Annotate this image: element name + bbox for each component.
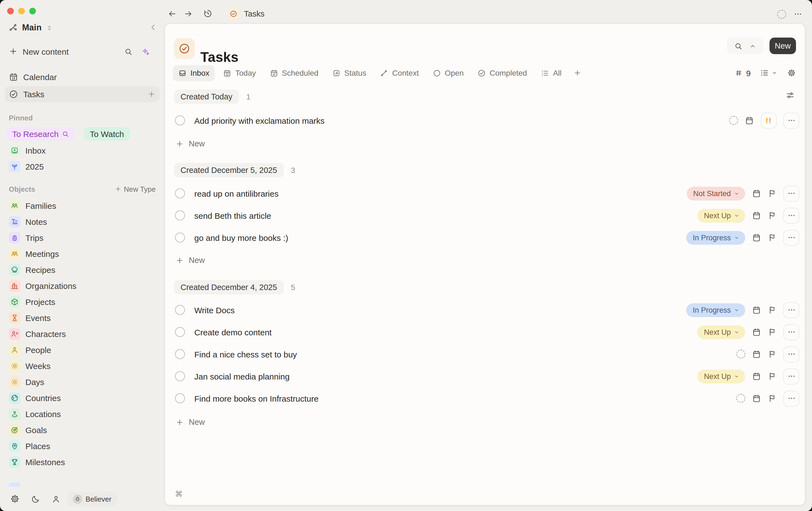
calendar-icon[interactable]: [752, 349, 761, 359]
more-button[interactable]: [783, 185, 799, 201]
back-button[interactable]: [168, 9, 177, 18]
task-checkbox[interactable]: [175, 371, 185, 381]
flag-icon[interactable]: [768, 211, 777, 220]
new-type-button[interactable]: New Type: [115, 185, 156, 193]
sidebar-item-trips[interactable]: Trips: [0, 230, 165, 246]
flag-icon[interactable]: [768, 233, 777, 242]
search-icon[interactable]: [124, 47, 133, 55]
status-badge[interactable]: Not Started: [687, 186, 745, 200]
task-checkbox[interactable]: [175, 349, 185, 359]
more-button[interactable]: [783, 208, 799, 223]
pinned-item-to-research[interactable]: To Research: [6, 127, 75, 141]
calendar-icon[interactable]: [752, 233, 761, 242]
sidebar-item-days[interactable]: Days: [0, 374, 165, 390]
task-checkbox[interactable]: [175, 211, 185, 220]
calendar-icon[interactable]: [752, 394, 761, 403]
close-window-button[interactable]: [7, 8, 14, 15]
sidebar-item-calendar[interactable]: Calendar: [0, 69, 165, 85]
search-toggle[interactable]: [727, 37, 763, 54]
task-checkbox[interactable]: [175, 115, 185, 126]
new-task-button[interactable]: New: [770, 37, 796, 54]
add-task-row[interactable]: New: [174, 411, 799, 433]
task-row[interactable]: Create demo content Next Up: [174, 321, 799, 343]
sidebar-item-projects[interactable]: Projects: [0, 294, 165, 310]
sidebar-item-meetings[interactable]: Meetings: [0, 246, 165, 262]
search-icon[interactable]: [734, 42, 743, 50]
more-button[interactable]: [783, 346, 799, 362]
task-row[interactable]: Find more books on Infrastructure: [174, 387, 799, 409]
task-row[interactable]: Jan social media planning Next Up: [174, 365, 799, 387]
more-button[interactable]: [783, 230, 799, 246]
add-task-icon[interactable]: [147, 90, 156, 98]
view-settings-gear-icon[interactable]: [787, 69, 796, 77]
more-button[interactable]: [783, 368, 799, 384]
add-view-button[interactable]: [570, 65, 585, 81]
pinned-item-2025[interactable]: 2025: [0, 159, 165, 173]
flag-icon[interactable]: [768, 394, 777, 403]
minimize-window-button[interactable]: [18, 8, 25, 15]
flag-icon[interactable]: [768, 189, 777, 198]
task-row[interactable]: Find a nice chess set to buy: [174, 343, 799, 365]
task-row[interactable]: read up on antilibraries Not Started: [174, 182, 799, 205]
tab-open[interactable]: Open: [427, 65, 469, 81]
sidebar-item-countries[interactable]: Countries: [0, 390, 165, 406]
view-layout-selector[interactable]: [760, 69, 778, 77]
priority-badge[interactable]: !!: [761, 112, 777, 129]
plan-badge[interactable]: Believer: [67, 492, 117, 506]
account-person-icon[interactable]: [51, 494, 61, 504]
task-checkbox[interactable]: [175, 305, 185, 315]
sync-status-button[interactable]: [777, 10, 786, 19]
status-dashed-circle-icon[interactable]: [729, 116, 738, 125]
sidebar-item-characters[interactable]: Characters: [0, 326, 165, 342]
task-row[interactable]: send Beth this article Next Up: [174, 205, 799, 226]
collapse-sidebar-icon[interactable]: [149, 23, 157, 31]
task-checkbox[interactable]: [175, 327, 185, 337]
sidebar-item-families[interactable]: Families: [0, 198, 165, 214]
filter-sliders-icon[interactable]: [785, 90, 795, 100]
dark-mode-moon-icon[interactable]: [31, 494, 40, 504]
calendar-icon[interactable]: [752, 372, 761, 381]
calendar-icon[interactable]: [752, 189, 761, 198]
open-tab[interactable]: Tasks: [227, 8, 264, 20]
pinned-item-to-watch[interactable]: To Watch: [84, 127, 130, 141]
more-button[interactable]: [783, 390, 799, 406]
chevron-up-down-icon[interactable]: [46, 24, 53, 31]
more-button[interactable]: [783, 112, 799, 129]
sidebar-item-organizations[interactable]: Organizations: [0, 278, 165, 294]
window-more-button[interactable]: [793, 9, 803, 19]
pinned-item-inbox[interactable]: Inbox: [0, 143, 165, 157]
flag-icon[interactable]: [768, 350, 777, 358]
sidebar-item-weeks[interactable]: Weeks: [0, 358, 165, 374]
calendar-icon[interactable]: [745, 116, 754, 125]
sidebar-item-recipes[interactable]: Recipes: [0, 262, 165, 278]
forward-button[interactable]: [184, 9, 193, 18]
task-row[interactable]: Add priority with exclamation marks !!: [174, 109, 799, 132]
flag-icon[interactable]: [768, 372, 777, 381]
tab-scheduled[interactable]: Scheduled: [264, 65, 324, 81]
tab-status[interactable]: Status: [327, 65, 372, 81]
tab-all[interactable]: All: [535, 65, 567, 81]
tab-completed[interactable]: Completed: [472, 65, 532, 81]
sidebar-item-places[interactable]: Places: [0, 438, 165, 454]
tab-inbox[interactable]: Inbox: [173, 65, 215, 81]
history-button[interactable]: [203, 9, 212, 18]
status-badge[interactable]: In Progress: [686, 303, 745, 317]
group-label[interactable]: Created December 4, 2025: [174, 280, 284, 294]
status-dashed-circle-icon[interactable]: [736, 394, 745, 403]
status-badge[interactable]: In Progress: [686, 231, 745, 244]
tab-today[interactable]: Today: [218, 65, 262, 81]
calendar-icon[interactable]: [752, 327, 761, 337]
calendar-icon[interactable]: [752, 211, 761, 220]
add-task-row[interactable]: New: [174, 133, 799, 155]
status-badge[interactable]: Next Up: [697, 209, 745, 222]
calendar-icon[interactable]: [752, 305, 761, 315]
more-button[interactable]: [783, 324, 799, 340]
group-label[interactable]: Created December 5, 2025: [174, 163, 284, 177]
flag-icon[interactable]: [768, 305, 777, 314]
new-content-button[interactable]: New content: [0, 44, 165, 59]
sparkles-ai-icon[interactable]: [141, 47, 150, 55]
task-row[interactable]: go and buy more books :) In Progress: [174, 226, 799, 249]
flag-icon[interactable]: [768, 328, 777, 337]
task-checkbox[interactable]: [175, 233, 185, 243]
task-checkbox[interactable]: [175, 393, 185, 403]
